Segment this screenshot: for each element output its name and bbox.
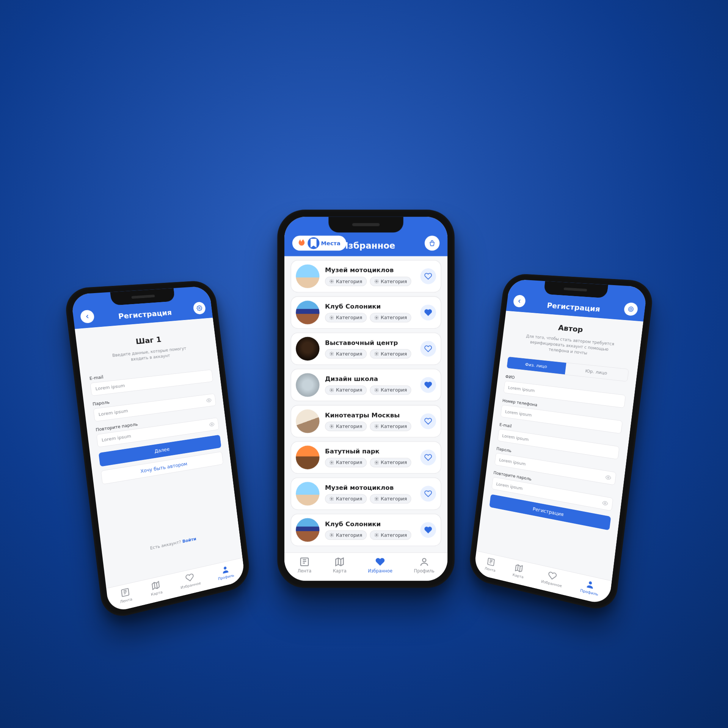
login-link[interactable]: Войти — [182, 536, 196, 544]
phone-mockup-favorites: Места Избранное Музей мотоцикловКатегори… — [277, 210, 454, 588]
svg-point-9 — [331, 353, 332, 355]
svg-point-26 — [604, 502, 606, 504]
place-title: Клуб Солоники — [325, 303, 415, 310]
favorite-toggle[interactable] — [420, 486, 436, 502]
category-chip[interactable]: Категория — [325, 458, 367, 468]
favorite-toggle[interactable] — [420, 522, 436, 538]
svg-point-5 — [331, 281, 332, 282]
category-chip[interactable]: Категория — [370, 530, 411, 540]
eye-icon[interactable] — [602, 500, 608, 507]
place-avatar — [296, 482, 319, 505]
svg-point-0 — [199, 308, 200, 309]
place-title: Клуб Солоники — [325, 520, 415, 528]
nav-favorites[interactable]: Избранное — [368, 557, 392, 574]
nav-favorites[interactable]: Избранное — [179, 571, 201, 590]
svg-point-13 — [331, 426, 332, 427]
place-title: Выставочный центр — [325, 339, 415, 347]
segment-hot[interactable] — [294, 237, 306, 249]
eye-icon[interactable] — [206, 397, 212, 403]
category-chip[interactable]: Категория — [325, 385, 367, 395]
author-subtitle: Для того, чтобы стать автором требуется … — [524, 333, 615, 358]
svg-point-15 — [331, 462, 332, 463]
tab-individual[interactable]: Физ. лицо — [507, 357, 566, 375]
back-button[interactable] — [513, 295, 526, 308]
fire-icon — [294, 237, 306, 249]
favorite-toggle[interactable] — [420, 304, 436, 320]
phone-notch — [328, 217, 403, 233]
favorites-list: Музей мотоцикловКатегорияКатегорияКлуб С… — [284, 256, 447, 550]
nav-profile[interactable]: Профиль — [580, 578, 600, 597]
favorite-item[interactable]: Музей мотоцикловКатегорияКатегория — [291, 260, 441, 292]
svg-point-14 — [376, 426, 377, 427]
settings-button[interactable] — [193, 301, 206, 314]
category-chip[interactable]: Категория — [325, 277, 367, 286]
eye-icon[interactable] — [209, 421, 215, 427]
svg-point-20 — [376, 535, 377, 536]
svg-point-4 — [224, 566, 227, 570]
become-author-button[interactable]: Хочу быть автором — [101, 451, 224, 484]
category-chip[interactable]: Категория — [370, 422, 411, 431]
back-button[interactable] — [80, 310, 95, 324]
help-button[interactable] — [623, 302, 639, 316]
svg-point-11 — [331, 389, 332, 391]
svg-point-22 — [422, 559, 426, 562]
svg-point-18 — [376, 498, 377, 499]
basket-icon — [428, 240, 436, 247]
favorite-toggle[interactable] — [420, 341, 436, 357]
bottom-nav: Лента Карта Избранное Профиль — [106, 558, 245, 613]
svg-point-1 — [208, 400, 210, 401]
svg-point-10 — [376, 353, 377, 355]
category-chip[interactable]: Категория — [325, 494, 367, 504]
nav-feed[interactable]: Лента — [118, 587, 132, 604]
svg-point-24 — [630, 308, 632, 310]
svg-point-17 — [331, 498, 332, 499]
svg-point-16 — [376, 462, 377, 463]
category-chip[interactable]: Категория — [370, 385, 411, 395]
place-avatar — [296, 373, 319, 397]
place-title: Батутный парк — [325, 447, 415, 455]
favorite-item[interactable]: Батутный паркКатегорияКатегория — [291, 441, 441, 474]
nav-profile[interactable]: Профиль — [414, 557, 435, 574]
svg-point-8 — [376, 317, 377, 318]
svg-point-19 — [331, 535, 332, 536]
category-chip[interactable]: Категория — [370, 277, 411, 286]
place-avatar — [296, 518, 319, 541]
category-chip[interactable]: Категория — [325, 530, 367, 540]
favorite-toggle[interactable] — [420, 377, 436, 393]
place-title: Музей мотоциклов — [325, 267, 415, 274]
eye-icon[interactable] — [605, 474, 612, 481]
nav-map[interactable]: Карта — [333, 557, 347, 574]
favorite-item[interactable]: Музей мотоцикловКатегорияКатегория — [291, 477, 441, 510]
nav-feed[interactable]: Лента — [298, 557, 312, 574]
favorite-item[interactable]: Выставочный центрКатегорияКатегория — [291, 333, 441, 365]
phone-mockup-registration-step1: Регистрация Шаг 1 Введите данные, которы… — [63, 280, 251, 621]
favorite-toggle[interactable] — [420, 450, 436, 466]
svg-point-2 — [211, 424, 213, 425]
place-avatar — [296, 264, 319, 288]
category-chip[interactable]: Категория — [325, 313, 367, 322]
category-chip[interactable]: Категория — [370, 313, 411, 322]
nav-map[interactable]: Карта — [149, 580, 163, 597]
category-chip[interactable]: Категория — [370, 458, 411, 468]
category-chip[interactable]: Категория — [325, 422, 367, 431]
nav-favorites[interactable]: Избранное — [541, 569, 563, 588]
nav-profile[interactable]: Профиль — [217, 563, 234, 581]
category-chip[interactable]: Категория — [325, 349, 367, 359]
nav-feed[interactable]: Лента — [484, 557, 497, 573]
appbar-title: Регистрация — [529, 300, 620, 315]
bottom-nav: Лента Карта Избранное Профиль — [284, 552, 447, 581]
place-avatar — [296, 301, 319, 324]
favorite-item[interactable]: Кинотеатры МосквыКатегорияКатегория — [291, 405, 441, 437]
tab-organization[interactable]: Юр. лицо — [565, 363, 629, 381]
favorite-item[interactable]: Клуб СолоникиКатегорияКатегория — [291, 297, 441, 329]
favorite-item[interactable]: Дизайн школаКатегорияКатегория — [291, 369, 441, 401]
category-chip[interactable]: Категория — [370, 349, 411, 359]
svg-point-6 — [376, 281, 377, 282]
favorite-toggle[interactable] — [420, 268, 436, 284]
category-chip[interactable]: Категория — [370, 494, 411, 504]
cart-button[interactable] — [425, 236, 439, 251]
favorite-toggle[interactable] — [420, 413, 436, 429]
favorite-item[interactable]: Клуб СолоникиКатегорияКатегория — [291, 514, 441, 546]
svg-rect-27 — [488, 558, 494, 566]
nav-map[interactable]: Карта — [512, 563, 525, 579]
